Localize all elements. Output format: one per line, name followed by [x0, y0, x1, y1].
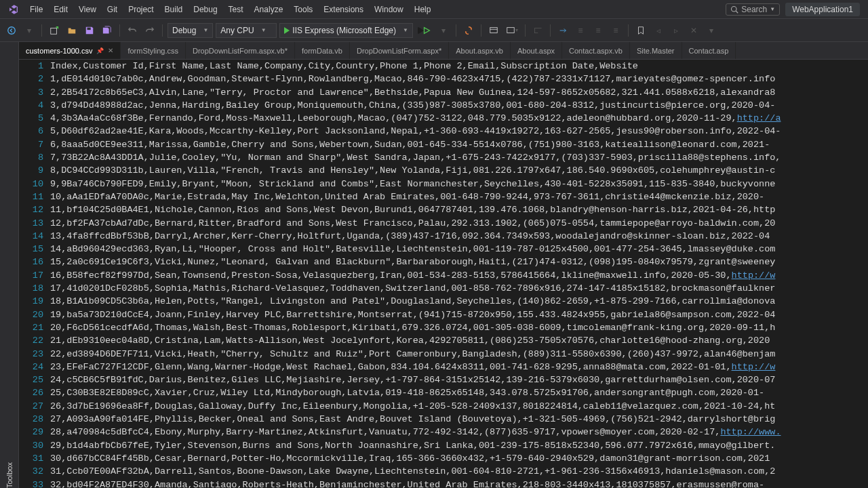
code-line[interactable]: 4,3b3Aa4aCc68f3Be,Fernando,Ford,Moss-Max…: [50, 112, 868, 125]
code-line[interactable]: 29,b1d4abfbCb67feE,Tyler,Stevenson,Burns…: [50, 439, 868, 452]
code-line[interactable]: 22,ed3894D6DE7F711,Vicki,Heath,"Cherry, …: [50, 348, 868, 361]
menu-tools[interactable]: Tools: [288, 2, 318, 17]
hot-reload-button[interactable]: [461, 23, 476, 38]
start-debug-button[interactable]: IIS Express (Microsoft Edge) ▼: [279, 23, 413, 38]
code-line[interactable]: 10,aAa1EDfaA70DA0c,Marie,Estrada,May Inc…: [50, 190, 868, 203]
url-link[interactable]: http://w: [732, 270, 776, 281]
url-link[interactable]: http://a: [737, 113, 781, 123]
code-line[interactable]: 28,a470984c5dBfcC4,Ebony,Murphy,Barry-Ma…: [50, 426, 868, 439]
open-file-button[interactable]: [64, 23, 79, 38]
nav-back-button[interactable]: [4, 23, 19, 38]
code-line[interactable]: 27,A093aA90fa014FE,Phyllis,Becker,Oneal …: [50, 413, 868, 426]
code-line[interactable]: 13,4fa8ffcdBbf53bB,Darryl,Archer,Kerr-Ch…: [50, 230, 868, 243]
code-line[interactable]: 7,73B22Ac8A43DD1A,Julie,Cooley,"Yu, Norm…: [50, 151, 868, 164]
code-line[interactable]: 18,B1A1b09CD5C3b6a,Helen,Potts,"Rangel, …: [50, 295, 868, 308]
document-tab[interactable]: customers-1000.csv📌✕: [19, 42, 121, 59]
nav-forward-button[interactable]: ▾: [22, 23, 37, 38]
code-line[interactable]: 23,EFeFaC727F12CDF,Glenn,Wang,Warner-Hod…: [50, 361, 868, 373]
undo-button[interactable]: [125, 23, 140, 38]
step-button[interactable]: [555, 23, 570, 38]
browser-link-button[interactable]: [486, 23, 501, 38]
menu-window[interactable]: Window: [369, 2, 409, 17]
document-tab[interactable]: DropDownListForm.aspx.vb*: [186, 42, 295, 59]
code-lines[interactable]: Index,Customer Id,First Name,Last Name,C…: [50, 60, 868, 488]
menu-extensions[interactable]: Extensions: [318, 2, 369, 17]
search-box[interactable]: Search ▼: [726, 3, 780, 16]
menu-debug[interactable]: Debug: [188, 2, 222, 17]
menu-view[interactable]: View: [73, 2, 102, 17]
document-tab[interactable]: Contact.asp: [682, 42, 736, 59]
line-number: 25: [19, 373, 43, 386]
clear-bookmark-button[interactable]: ✕: [686, 23, 701, 38]
menu-edit[interactable]: Edit: [48, 2, 73, 17]
save-button[interactable]: [82, 23, 97, 38]
code-line[interactable]: 15,2a0c691Ce19C6f3,Vicki,Nunez,"Leonard,…: [50, 256, 868, 268]
code-line[interactable]: 14,aBd960429ecd363,Ryan,Li,"Hooper, Cros…: [50, 243, 868, 256]
code-line[interactable]: 11,bf104C25d0BA4E1,Nichole,Cannon,Rios a…: [50, 203, 868, 216]
document-tab[interactable]: About.aspx: [511, 42, 562, 59]
code-line[interactable]: 21,dEb9310eec04a8D,Cristina,Lam,Watts-Al…: [50, 334, 868, 347]
start-without-debug-button[interactable]: [416, 23, 433, 38]
code-line[interactable]: 8,DC94CCd993D311b,Lauren,Villa,"French, …: [50, 164, 868, 177]
line-number: 9: [19, 164, 43, 177]
document-tab[interactable]: DropDownListForm.aspx*: [350, 42, 449, 59]
document-tab[interactable]: About.aspx.vb: [449, 42, 511, 59]
chevron-down-icon[interactable]: ▾: [436, 23, 451, 38]
code-line[interactable]: 30,d667bCC84Ff45Bb,Cesar,Bernard,Potter-…: [50, 452, 868, 465]
code-line[interactable]: 32,bd04F2A87ED4F30,Amanda,Santiago,Rober…: [50, 479, 868, 489]
menu-analyze[interactable]: Analyze: [249, 2, 289, 17]
document-tab[interactable]: formData.vb: [295, 42, 350, 59]
toolbox-tab[interactable]: Toolbox: [5, 46, 14, 488]
code-line[interactable]: 19,ba5a73D210dCcE4,Joann,Finley,Harvey P…: [50, 308, 868, 321]
code-line[interactable]: 5,D60df62ad2ae41E,Kara,Woods,Mccarthy-Ke…: [50, 125, 868, 138]
line-number: 21: [19, 321, 43, 334]
code-line[interactable]: Index,Customer Id,First Name,Last Name,C…: [50, 60, 868, 73]
code-line[interactable]: 3,d794Dd48988d2ac,Jenna,Harding,Bailey G…: [50, 99, 868, 112]
new-item-button[interactable]: [47, 23, 62, 38]
line-number: 26: [19, 386, 43, 399]
line-number: 22: [19, 334, 43, 347]
code-line[interactable]: 1,dE014d010c7ab0c,Andrew,Goodman,Stewart…: [50, 73, 868, 85]
menu-test[interactable]: Test: [223, 2, 249, 17]
menu-project[interactable]: Project: [123, 2, 159, 17]
code-line[interactable]: 6,8aaa5d0CE9ee311,Marissa,Gamble,Cherry …: [50, 138, 868, 151]
code-line[interactable]: 25,C30B3E82E8D89cC,Xavier,Cruz,Wiley Ltd…: [50, 386, 868, 399]
platform-selector[interactable]: Any CPU▼: [216, 23, 277, 38]
comment-button[interactable]: ≡: [608, 23, 623, 38]
menu-help[interactable]: Help: [409, 2, 437, 17]
config-selector[interactable]: Debug▼: [167, 23, 213, 38]
document-tab[interactable]: formStyling.css: [121, 42, 186, 59]
align-button[interactable]: ⫍: [530, 23, 545, 38]
browser-link-dropdown[interactable]: ▾: [504, 23, 520, 38]
solution-title[interactable]: WebApplication1: [785, 3, 860, 16]
code-line[interactable]: 12,bf2FA37cbAd7dDc,Bernard,Ritter,Bradfo…: [50, 217, 868, 230]
code-line[interactable]: 17,41d0201DcF028b5,Sophia,Mathis,Richard…: [50, 282, 868, 295]
pin-icon[interactable]: 📌: [96, 47, 104, 54]
indent-more-button[interactable]: ≡: [591, 23, 606, 38]
indent-less-button[interactable]: ≡: [573, 23, 588, 38]
document-tab[interactable]: Contact.aspx.vb: [562, 42, 630, 59]
code-line[interactable]: 20,F6cD561cecdfA6d,Thomas,Walsh,Best-Tho…: [50, 321, 868, 334]
code-line[interactable]: 16,B58fecf82f997Dd,Sean,Townsend,Preston…: [50, 269, 868, 282]
play-icon: [284, 27, 290, 34]
line-number: 32: [19, 465, 43, 478]
close-icon[interactable]: ✕: [108, 47, 113, 54]
code-line[interactable]: 9,9Ba746Cb790FED9,Emily,Bryant,"Moon, St…: [50, 178, 868, 190]
code-line[interactable]: 24,c5CB6C5fB91fdC,Darius,Benitez,Giles L…: [50, 373, 868, 386]
menu-git[interactable]: Git: [102, 2, 123, 17]
url-link[interactable]: http://w: [732, 362, 776, 372]
redo-button[interactable]: [142, 23, 157, 38]
bookmark-button[interactable]: [633, 23, 648, 38]
code-editor[interactable]: 1234567891011121314151617181920212223242…: [19, 60, 868, 488]
url-link[interactable]: http://www.: [720, 427, 781, 437]
document-tab[interactable]: Site.Master: [630, 42, 682, 59]
code-line[interactable]: 31,Ccb07E00AFf32bA,Darrell,Santos,Boone-…: [50, 465, 868, 478]
menu-build[interactable]: Build: [159, 2, 189, 17]
overflow-button[interactable]: ▾: [704, 23, 719, 38]
menu-file[interactable]: File: [24, 2, 48, 17]
save-all-button[interactable]: [100, 23, 115, 38]
next-bookmark-button[interactable]: ▹: [669, 23, 684, 38]
code-line[interactable]: 2,2B54172c8b65eC3,Alvin,Lane,"Terry, Pro…: [50, 86, 868, 99]
code-line[interactable]: 26,3d7bE19696ea8Ff,Douglas,Galloway,Duff…: [50, 400, 868, 413]
prev-bookmark-button[interactable]: ◃: [651, 23, 666, 38]
